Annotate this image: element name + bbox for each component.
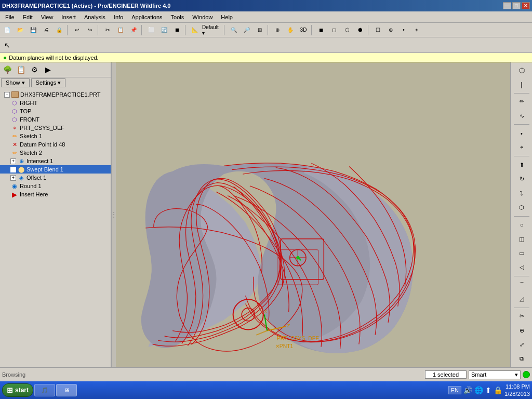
menu-analysis[interactable]: Analysis: [80, 13, 110, 21]
view-list-btn[interactable]: Default ▾: [202, 24, 222, 36]
expand-offset1[interactable]: +: [10, 175, 16, 181]
datum-status-bar: ● Datum planes will not be displayed.: [0, 53, 532, 62]
rt-extend-btn[interactable]: ⤢: [513, 338, 530, 351]
cut-btn[interactable]: ✂: [101, 24, 114, 36]
datum-point-icon: ✕: [10, 141, 19, 148]
tree-item-swept-blend1[interactable]: - ⬤ Swept Blend 1: [0, 165, 111, 174]
start-button[interactable]: ⊞ start: [2, 383, 33, 397]
rt-hole-btn[interactable]: ○: [513, 218, 530, 232]
panel-icon1[interactable]: 🌳: [1, 64, 14, 75]
csys-btn[interactable]: ⌖: [410, 24, 423, 36]
no-hidden-btn[interactable]: ⬢: [354, 24, 366, 36]
rt-draft-btn[interactable]: ◁: [513, 261, 530, 274]
rt-trim-btn[interactable]: ✂: [513, 310, 530, 323]
menu-file[interactable]: File: [1, 13, 19, 21]
menu-insert[interactable]: Insert: [57, 13, 80, 21]
tree-item-sketch1[interactable]: ✏ Sketch 1: [0, 132, 111, 140]
tree-item-offset1[interactable]: + ◈ Offset 1: [0, 174, 111, 182]
filter-dropdown[interactable]: Smart ▾: [469, 370, 521, 379]
expand-intersect1[interactable]: +: [10, 158, 16, 164]
rt-axis-btn[interactable]: |: [513, 77, 530, 91]
tree-item-front[interactable]: ⬡ FRONT: [0, 115, 111, 124]
menu-view[interactable]: View: [37, 13, 58, 21]
rt-plane-btn[interactable]: ⬡: [513, 63, 530, 77]
menu-tools[interactable]: Tools: [167, 13, 189, 21]
rt-round-btn[interactable]: ⌒: [513, 278, 530, 291]
panel-icon3[interactable]: ⚙: [28, 64, 41, 75]
taskbar-item-proeng[interactable]: 🖥: [56, 384, 77, 396]
insert-icon: ▶: [10, 191, 19, 198]
menu-help[interactable]: Help: [217, 13, 237, 21]
csys-icon: ⌖: [10, 124, 19, 131]
print-btn[interactable]: 🖨: [40, 24, 52, 36]
panel-icon4[interactable]: ▶: [42, 64, 54, 75]
tree-item-top[interactable]: ⬡ TOP: [0, 107, 111, 115]
tree-item-right[interactable]: ⬡ RIGHT: [0, 99, 111, 107]
rt-extrude-btn[interactable]: ⬆: [513, 158, 530, 171]
3d-viewport[interactable]: Z x PRT_CSYS_DEF ✕PNT1 ✕PNT0: [116, 62, 510, 367]
stop-btn[interactable]: ⏹: [171, 24, 183, 36]
regen-btn[interactable]: 🔄: [158, 24, 170, 36]
menu-edit[interactable]: Edit: [19, 13, 37, 21]
zoom-in-btn[interactable]: 🔍: [228, 24, 240, 36]
expand-swept[interactable]: -: [10, 167, 16, 172]
rt-shell-btn[interactable]: ◫: [513, 232, 530, 246]
rt-csys-btn[interactable]: ⌖: [513, 141, 530, 154]
axis-btn[interactable]: ⊕: [384, 24, 397, 36]
rt-merge-btn[interactable]: ⊕: [513, 324, 530, 337]
rt-point-btn[interactable]: •: [513, 126, 530, 140]
close-button[interactable]: ✕: [522, 2, 530, 9]
select-btn[interactable]: ↖: [1, 39, 14, 51]
rt-copy-btn[interactable]: ⧉: [513, 352, 530, 366]
redo-btn[interactable]: ↪: [84, 24, 96, 36]
zoom-out-btn[interactable]: 🔎: [241, 24, 253, 36]
rt-sweep-btn[interactable]: ⤵: [513, 187, 530, 200]
new-btn[interactable]: 📄: [1, 24, 14, 36]
view-named-btn[interactable]: 📐: [189, 24, 201, 36]
tree-item-csys[interactable]: ⌖ PRT_CSYS_DEF: [0, 124, 111, 132]
language-indicator[interactable]: EN: [448, 386, 461, 394]
rt-revolve-btn[interactable]: ↻: [513, 172, 530, 185]
open-btn[interactable]: 📂: [14, 24, 26, 36]
wire-btn[interactable]: ◻: [328, 24, 340, 36]
minimize-button[interactable]: —: [503, 2, 511, 9]
undo-btn[interactable]: ↩: [71, 24, 83, 36]
tree-item-insert-here[interactable]: ▶ Insert Here: [0, 190, 111, 198]
status-bar: Browsing 1 selected Smart ▾: [0, 367, 532, 381]
maximize-button[interactable]: □: [512, 2, 521, 9]
hidden-btn[interactable]: ⬡: [341, 24, 353, 36]
point-btn[interactable]: •: [397, 24, 410, 36]
panel-resize-handle[interactable]: [112, 62, 116, 367]
menu-applications[interactable]: Applications: [127, 13, 166, 21]
lock-btn[interactable]: 🔒: [53, 24, 65, 36]
tree-item-round1[interactable]: ◉ Round 1: [0, 182, 111, 190]
pan-btn[interactable]: ✋: [284, 24, 297, 36]
rt-curve-btn[interactable]: ∿: [513, 109, 530, 123]
expand-root[interactable]: -: [4, 92, 10, 98]
panel-icon2[interactable]: 📋: [15, 64, 27, 75]
rt-blend-btn[interactable]: ⬡: [513, 201, 530, 214]
spin-btn[interactable]: ⊕: [271, 24, 284, 36]
selection-info: 1 selected Smart ▾: [425, 370, 530, 379]
paste-btn[interactable]: 📌: [127, 24, 140, 36]
taskbar-item-media[interactable]: 🎵: [34, 384, 55, 396]
tree-item-datum-point[interactable]: ✕ Datum Point id 48: [0, 140, 111, 149]
rt-sketch-btn[interactable]: ✏: [513, 95, 530, 109]
status-indicator: [523, 371, 530, 378]
zoom-fit-btn[interactable]: ⊞: [254, 24, 266, 36]
menu-window[interactable]: Window: [188, 13, 217, 21]
3d-btn[interactable]: 3D: [297, 24, 310, 36]
rt-chamfer-btn[interactable]: ◿: [513, 292, 530, 305]
rt-rib-btn[interactable]: ▭: [513, 246, 530, 260]
copy-btn[interactable]: 📋: [114, 24, 127, 36]
tree-item-sketch2[interactable]: ✏ Sketch 2: [0, 149, 111, 157]
show-button[interactable]: Show ▾: [1, 78, 30, 87]
repaint-btn[interactable]: ⬜: [145, 24, 157, 36]
settings-button[interactable]: Settings ▾: [31, 78, 66, 87]
datum-btn[interactable]: ☐: [371, 24, 384, 36]
tree-root[interactable]: - DHX3FRAMEPRACTICE1.PRT: [0, 90, 111, 99]
shade-btn[interactable]: ◼: [315, 24, 327, 36]
save-btn[interactable]: 💾: [27, 24, 39, 36]
tree-item-intersect1[interactable]: + ⊕ Intersect 1: [0, 157, 111, 165]
menu-info[interactable]: Info: [110, 13, 127, 21]
